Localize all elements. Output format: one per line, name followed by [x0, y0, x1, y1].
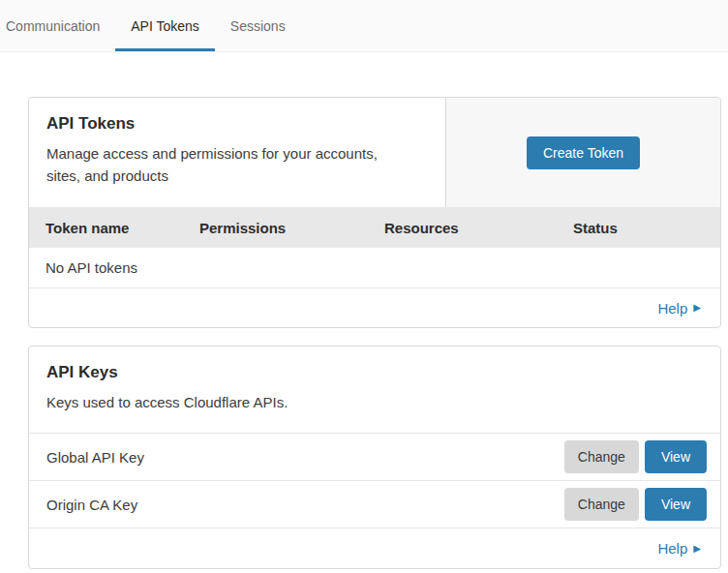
key-row-actions: Change View: [564, 440, 707, 473]
help-link-label: Help: [657, 540, 687, 557]
view-global-api-key-button[interactable]: View: [645, 440, 707, 473]
key-name-label: Global API Key: [46, 449, 144, 466]
tab-bar: Communication API Tokens Sessions: [0, 0, 728, 52]
api-tokens-card-header-text: API Tokens Manage access and permissions…: [29, 98, 445, 207]
api-keys-description: Keys used to access Cloudflare APIs.: [46, 391, 414, 413]
tokens-empty-message: No API tokens: [46, 259, 137, 276]
api-keys-help-link[interactable]: Help ▶: [657, 540, 701, 557]
create-token-button[interactable]: Create Token: [527, 136, 640, 169]
tab-communication[interactable]: Communication: [6, 2, 115, 51]
api-keys-title: API Keys: [46, 363, 703, 382]
key-name-label: Origin CA Key: [46, 497, 137, 513]
change-origin-ca-key-button[interactable]: Change: [564, 488, 639, 521]
change-global-api-key-button[interactable]: Change: [564, 440, 639, 473]
tab-api-tokens[interactable]: API Tokens: [115, 2, 215, 51]
api-tokens-card: API Tokens Manage access and permissions…: [28, 97, 721, 328]
api-tokens-help-link[interactable]: Help ▶: [657, 300, 701, 317]
tab-sessions[interactable]: Sessions: [215, 2, 301, 51]
help-link-label: Help: [657, 300, 687, 317]
api-tokens-card-header: API Tokens Manage access and permissions…: [29, 98, 720, 207]
api-keys-card-footer: Help ▶: [29, 528, 720, 568]
column-resources: Resources: [384, 220, 573, 236]
key-row-global-api-key: Global API Key Change View: [29, 433, 720, 480]
api-tokens-title: API Tokens: [46, 114, 428, 134]
column-status: Status: [573, 220, 720, 236]
api-tokens-description: Manage access and permissions for your a…: [46, 142, 414, 188]
api-tokens-card-footer: Help ▶: [29, 288, 720, 327]
key-row-actions: Change View: [564, 488, 707, 521]
tokens-table-header: Token name Permissions Resources Status: [29, 207, 720, 248]
column-permissions: Permissions: [199, 220, 384, 236]
column-token-name: Token name: [46, 220, 199, 236]
api-keys-card: API Keys Keys used to access Cloudflare …: [28, 346, 721, 569]
api-keys-card-header: API Keys Keys used to access Cloudflare …: [29, 347, 720, 433]
page-content: API Tokens Manage access and permissions…: [0, 52, 728, 569]
api-tokens-action-panel: Create Token: [445, 98, 720, 207]
tokens-empty-row: No API tokens: [29, 248, 720, 288]
key-row-origin-ca-key: Origin CA Key Change View: [29, 480, 720, 528]
arrow-right-icon: ▶: [693, 544, 701, 554]
arrow-right-icon: ▶: [693, 303, 701, 313]
view-origin-ca-key-button[interactable]: View: [645, 488, 707, 521]
